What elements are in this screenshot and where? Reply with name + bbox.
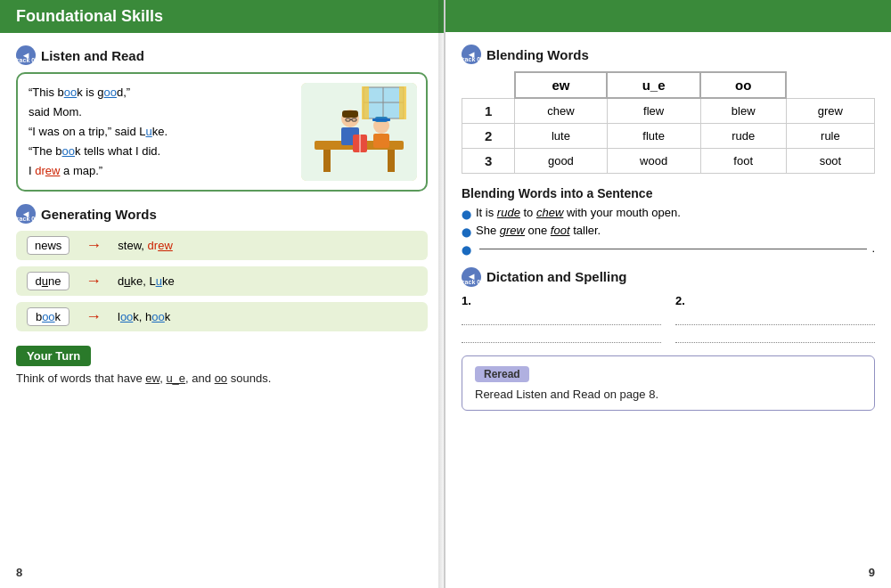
gen-row-3: book → look, hook: [16, 302, 428, 331]
reread-label: Reread: [475, 366, 529, 382]
col-header-ue: u_e: [607, 72, 700, 98]
dictation-blank-1a: [462, 311, 661, 325]
gen-result-2: duke, Luke: [118, 274, 175, 288]
col-empty: [462, 72, 515, 98]
listen-read-text: “This book is good,” said Mom. “I was on…: [29, 83, 292, 181]
blending-title: Blending Words: [486, 47, 589, 62]
blend-cell-2-3: rude: [700, 123, 786, 148]
reread-box: Reread Reread Listen and Read on page 8.: [462, 355, 875, 411]
blending-table: ew u_e oo 1 chew flew blew grew: [462, 71, 875, 174]
dictation-label-1: 1.: [462, 294, 661, 307]
spine: [438, 0, 444, 588]
speaker-icon-blend[interactable]: Track 05: [462, 45, 481, 64]
gen-words-rows: news → stew, drew dune → duke, Luke book…: [16, 231, 428, 331]
track-label-listen: Track 03: [13, 57, 38, 63]
col-extra: [786, 72, 874, 98]
dictation-blank-2b: [675, 329, 875, 343]
blend-cell-3-2: wood: [607, 148, 700, 173]
gen-source-2: dune: [27, 272, 69, 290]
sentence-period: .: [871, 241, 875, 255]
blend-cell-1-4: grew: [786, 98, 874, 123]
sentence-text-2: She grew one foot taller.: [476, 224, 601, 237]
dictation-blank-1b: [462, 329, 661, 343]
gen-words-section-title: Track 04 Generating Words: [16, 204, 428, 224]
blend-cell-3-4: soot: [786, 148, 874, 173]
story-image: [301, 83, 417, 181]
left-header-title: Foundational Skills: [16, 7, 163, 25]
speaker-icon-listen[interactable]: Track 03: [16, 45, 36, 65]
speaker-icon-gen[interactable]: Track 04: [16, 204, 36, 224]
dictation-label-2: 2.: [675, 294, 875, 307]
track-label-gen: Track 04: [13, 216, 38, 222]
gen-row-1: news → stew, drew: [16, 231, 428, 260]
svg-rect-8: [388, 150, 395, 172]
gen-arrow-1: →: [86, 236, 102, 255]
reread-text: Reread Listen and Read on page 8.: [475, 388, 862, 401]
bullet-1: ⬤: [462, 209, 471, 219]
blend-row-3: 3 good wood foot soot: [462, 148, 875, 173]
listen-read-title: Listen and Read: [41, 48, 144, 63]
blend-cell-2-2: flute: [607, 123, 700, 148]
bullet-2: ⬤: [462, 227, 471, 237]
blend-row-2: 2 lute flute rude rule: [462, 123, 875, 148]
blend-row-1: 1 chew flew blew grew: [462, 98, 875, 123]
book-spread: Foundational Skills Track 03 Listen and …: [0, 0, 891, 588]
dictation-item-1: 1.: [462, 294, 661, 343]
listen-line-3: “I was on a trip,” said Luke.: [29, 122, 292, 142]
listen-line-4: “The book tells what I did.: [29, 142, 292, 161]
svg-rect-7: [323, 150, 331, 172]
dictation-section-title: Track 06 Dictation and Spelling: [462, 267, 875, 287]
sentence-blank-3: [479, 249, 867, 249]
svg-rect-11: [342, 110, 358, 118]
svg-rect-5: [399, 86, 406, 119]
gen-arrow-3: →: [86, 307, 102, 326]
gen-row-2: dune → duke, Luke: [16, 266, 428, 296]
your-turn-section: Your Turn Think of words that have ew, u…: [16, 346, 428, 385]
bullet-3: ⬤: [462, 245, 471, 255]
blend-cell-1-2: flew: [607, 98, 700, 123]
blend-cell-2-4: rule: [786, 123, 874, 148]
sentence-text-1: It is rude to chew with your mouth open.: [476, 206, 681, 219]
blend-cell-3-1: good: [515, 148, 608, 173]
speaker-icon-dict[interactable]: Track 06: [462, 267, 481, 287]
gen-result-1: stew, drew: [118, 239, 172, 252]
blend-cell-3-3: foot: [700, 148, 786, 173]
listen-line-5: I drew a map.”: [29, 161, 292, 181]
sentence-item-2: ⬤ She grew one foot taller.: [462, 224, 875, 237]
track-label-blend: Track 05: [459, 56, 484, 62]
listen-read-section: Track 03 Listen and Read: [16, 45, 428, 65]
page-num-left: 8: [16, 566, 22, 579]
listen-line-2: said Mom.: [29, 102, 292, 122]
track-label-dict: Track 06: [459, 279, 484, 285]
blending-sentence-title: Blending Words into a Sentence: [462, 186, 875, 200]
blending-section-title: Track 05 Blending Words: [462, 45, 875, 64]
dictation-grid: 1. 2.: [462, 294, 875, 343]
story-illustration: [301, 83, 417, 181]
sentence-item-1: ⬤ It is rude to chew with your mouth ope…: [462, 206, 875, 219]
listen-read-box: “This book is good,” said Mom. “I was on…: [16, 72, 428, 192]
left-page-header: Foundational Skills: [0, 0, 444, 33]
sentence-item-3: ⬤ .: [462, 241, 875, 255]
right-page: Track 05 Blending Words ew u_e oo: [446, 0, 891, 588]
gen-result-3: look, hook: [118, 310, 170, 323]
svg-rect-20: [372, 118, 390, 121]
gen-words-title: Generating Words: [41, 207, 157, 222]
gen-arrow-2: →: [86, 272, 102, 290]
left-page: Foundational Skills Track 03 Listen and …: [0, 0, 446, 588]
svg-rect-18: [373, 134, 389, 148]
blend-cell-2-1: lute: [515, 123, 608, 148]
your-turn-label: Your Turn: [16, 346, 91, 366]
blend-rownum-2: 2: [462, 123, 515, 148]
svg-rect-4: [362, 86, 369, 119]
gen-source-1: news: [27, 236, 69, 255]
blend-cell-1-3: blew: [700, 98, 786, 123]
listen-line-1: “This book is good,”: [29, 83, 292, 102]
blend-rownum-3: 3: [462, 148, 515, 173]
dictation-item-2: 2.: [675, 294, 875, 343]
dictation-section: Track 06 Dictation and Spelling 1. 2.: [462, 267, 875, 343]
dictation-blank-2a: [675, 311, 875, 325]
your-turn-text: Think of words that have ew, u_e, and oo…: [16, 372, 428, 385]
page-num-right: 9: [869, 566, 875, 579]
blend-rownum-1: 1: [462, 98, 515, 123]
gen-source-3: book: [27, 307, 69, 326]
